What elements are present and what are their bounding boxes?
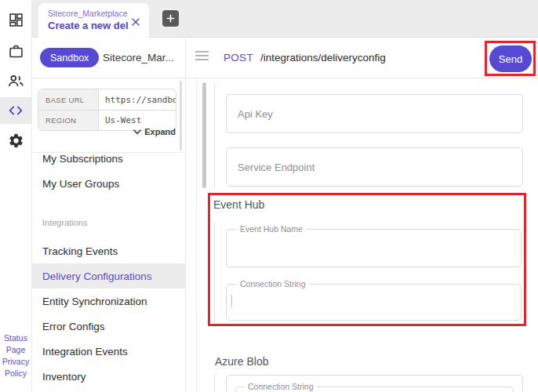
dashboard-icon[interactable] bbox=[0, 6, 31, 33]
menu-icon[interactable] bbox=[195, 51, 209, 64]
event-hub-section-title: Event Hub bbox=[213, 198, 264, 211]
base-url-row: BASE URL https://sandboxa bbox=[38, 89, 176, 110]
sidebar-scrollbar-thumb[interactable] bbox=[180, 81, 182, 151]
connection-table: BASE URL https://sandboxa REGION Us-West bbox=[38, 89, 176, 131]
sidebar-item-entity-synchronization[interactable]: Entity Synchronization bbox=[32, 289, 185, 314]
api-key-input[interactable]: Api Key bbox=[226, 94, 523, 133]
azure-connection-string-input[interactable]: Connection String bbox=[235, 387, 514, 392]
chevron-down-icon bbox=[133, 129, 141, 135]
scrollbar-thumb[interactable] bbox=[202, 82, 206, 188]
sidebar-item-tracking-events[interactable]: Tracking Events bbox=[32, 238, 185, 263]
azure-connection-string-label: Connection String bbox=[244, 382, 317, 391]
sidebar-item-integration-events[interactable]: Integration Events bbox=[32, 339, 185, 364]
api-key-placeholder: Api Key bbox=[227, 108, 273, 120]
tab-page-title: Create a new deliv... bbox=[48, 20, 129, 31]
privacy-policy-link[interactable]: Privacy Policy bbox=[0, 356, 31, 379]
azure-blob-section-title: Azure Blob bbox=[215, 355, 268, 368]
send-button[interactable]: Send bbox=[489, 45, 532, 72]
icon-rail: Status Page Privacy Policy bbox=[0, 0, 32, 392]
base-url-value: https://sandboxa bbox=[99, 89, 176, 110]
status-page-link[interactable]: Status Page bbox=[0, 332, 31, 356]
rail-footer-links: Status Page Privacy Policy bbox=[0, 332, 31, 379]
sidebar-item-error-configs[interactable]: Error Configs bbox=[32, 314, 185, 339]
panel-divider bbox=[185, 37, 186, 392]
users-icon[interactable] bbox=[0, 67, 31, 94]
expand-toggle[interactable]: Expand bbox=[133, 127, 176, 136]
close-icon[interactable] bbox=[131, 16, 140, 25]
sidebar-nav: My Subscriptions My User Groups Integrat… bbox=[32, 146, 185, 389]
connection-summary: BASE URL https://sandboxa REGION Us-West… bbox=[32, 78, 185, 153]
nav-spacer bbox=[32, 196, 185, 210]
sidebar-item-delivery-configurations[interactable]: Delivery Configurations bbox=[32, 263, 185, 289]
sidebar-item-inventory[interactable]: Inventory bbox=[32, 364, 185, 389]
browser-tab[interactable]: Sitecore_Marketplace Create a new deliv.… bbox=[38, 3, 149, 38]
sidebar: BASE URL https://sandboxa REGION Us-West… bbox=[32, 78, 185, 392]
section-guide-line bbox=[214, 221, 215, 326]
sidebar-item-my-subscriptions[interactable]: My Subscriptions bbox=[32, 146, 185, 171]
service-endpoint-input[interactable]: Service Endpoint bbox=[226, 147, 523, 187]
connection-string-input[interactable]: Connection String bbox=[226, 284, 522, 321]
section-guide-line bbox=[214, 375, 215, 392]
nav-section-integrations: Integrations bbox=[32, 210, 185, 235]
tab-app-name: Sitecore_Marketplace bbox=[48, 9, 129, 18]
text-cursor bbox=[231, 295, 232, 307]
code-icon[interactable] bbox=[0, 97, 31, 124]
endpoint-path: /integrations/deliveryconfig bbox=[260, 52, 386, 64]
app-name-label: Sitecore_Mar... bbox=[103, 52, 174, 64]
briefcase-icon[interactable] bbox=[0, 38, 31, 64]
region-label: REGION bbox=[38, 111, 99, 130]
base-url-label: BASE URL bbox=[38, 89, 99, 110]
service-endpoint-placeholder: Service Endpoint bbox=[227, 162, 314, 173]
settings-icon[interactable] bbox=[0, 127, 31, 154]
section-guide-line bbox=[214, 84, 215, 189]
add-tab-button[interactable] bbox=[162, 10, 179, 27]
scrollbar-track bbox=[196, 78, 197, 392]
event-hub-name-input[interactable]: Event Hub Name bbox=[226, 229, 522, 267]
connection-string-label: Connection String bbox=[236, 279, 309, 289]
event-hub-name-label: Event Hub Name bbox=[236, 224, 307, 234]
sidebar-header: Sandbox Sitecore_Mar... bbox=[32, 37, 186, 78]
tab-strip: Sitecore_Marketplace Create a new deliv.… bbox=[32, 0, 538, 38]
form-panel: Api Key Service Endpoint Event Hub Event… bbox=[186, 78, 538, 392]
plus-icon bbox=[166, 14, 175, 23]
app-window: Status Page Privacy Policy Sitecore_Mark… bbox=[0, 0, 538, 392]
expand-label: Expand bbox=[144, 127, 176, 136]
environment-badge[interactable]: Sandbox bbox=[40, 48, 99, 67]
sidebar-item-my-user-groups[interactable]: My User Groups bbox=[32, 171, 185, 196]
http-method-label: POST bbox=[224, 52, 253, 64]
request-bar: POST /integrations/deliveryconfig Send bbox=[186, 37, 538, 78]
